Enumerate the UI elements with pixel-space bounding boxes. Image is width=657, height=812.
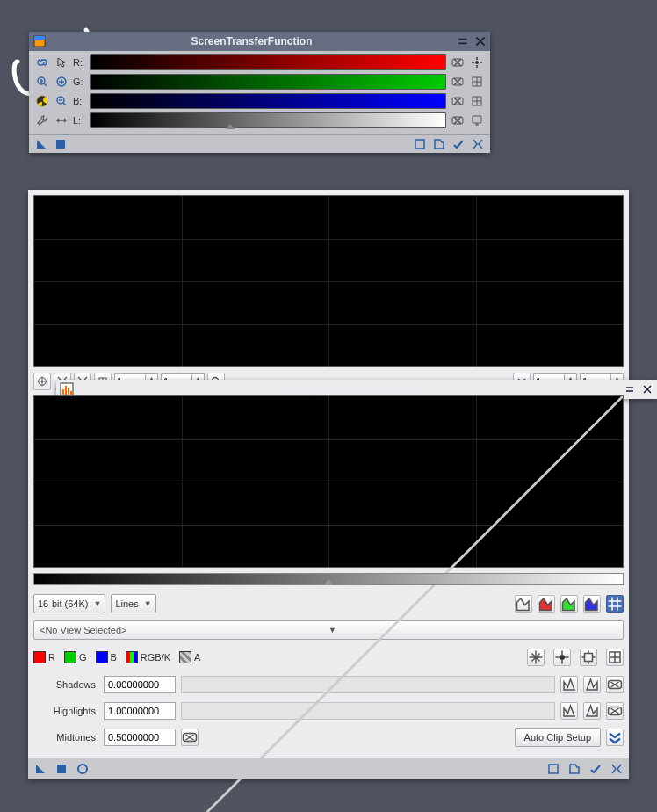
stf-row-green: G: [34, 73, 485, 91]
new-instance-icon[interactable] [413, 137, 427, 151]
target-red-icon[interactable] [469, 54, 485, 70]
apply-triangle-icon[interactable] [34, 137, 48, 151]
stf-footer [29, 134, 490, 153]
reset-icon[interactable] [471, 137, 485, 151]
stf-label-g: G: [73, 76, 87, 87]
wrench-icon[interactable] [34, 112, 50, 128]
stf-title: ScreenTransferFunction [52, 35, 451, 47]
stf-row-luminance: L: [34, 112, 485, 129]
output-gradient-bar[interactable] [33, 573, 624, 585]
zoom-out-icon[interactable] [54, 93, 69, 109]
svg-point-3 [475, 61, 479, 64]
hist-window-icon [60, 382, 74, 396]
zoom-reset-icon[interactable] [54, 74, 69, 90]
svg-rect-1 [34, 36, 45, 40]
stf-gradient-blue[interactable] [90, 93, 446, 109]
transfer-curve-graph[interactable] [33, 395, 624, 568]
stf-lum-caret-icon[interactable] [226, 124, 235, 129]
width-icon[interactable] [54, 112, 69, 128]
hist-close-icon[interactable] [641, 383, 653, 395]
reset-lum-icon[interactable] [450, 112, 466, 128]
apply-square-icon[interactable] [54, 137, 68, 151]
histogram-graph[interactable] [33, 195, 624, 367]
stf-minimize-icon[interactable] [457, 35, 469, 47]
reset-green-icon[interactable] [450, 74, 466, 90]
hist-title: HistogramTransformation [79, 383, 618, 395]
screen-transfer-function-window: ScreenTransferFunction R: G: B: [29, 32, 490, 153]
stf-gradient-green[interactable] [90, 74, 446, 90]
stf-row-red: R: [34, 54, 485, 71]
midtones-caret-icon[interactable] [324, 579, 333, 585]
reset-blue-icon[interactable] [450, 93, 466, 109]
nuclear-icon[interactable] [34, 93, 50, 109]
link-icon[interactable] [34, 54, 50, 70]
stf-label-r: R: [73, 57, 87, 68]
stf-window-icon [32, 34, 47, 48]
stf-titlebar[interactable]: ScreenTransferFunction [29, 32, 490, 51]
svg-rect-21 [70, 391, 72, 395]
expand-green-icon[interactable] [469, 74, 485, 90]
stf-row-blue: B: [34, 92, 485, 110]
svg-line-24 [34, 396, 623, 812]
stf-label-l: L: [73, 115, 87, 126]
zoom-in-icon[interactable] [34, 74, 50, 90]
svg-rect-15 [56, 140, 65, 149]
check-icon[interactable] [451, 137, 466, 151]
reset-red-icon[interactable] [450, 54, 466, 70]
expand-blue-icon[interactable] [469, 93, 485, 109]
stf-gradient-lum[interactable] [90, 112, 446, 128]
pan-icon[interactable] [33, 373, 51, 390]
svg-rect-16 [415, 140, 424, 149]
hist-minimize-icon[interactable] [624, 383, 636, 395]
stf-close-icon[interactable] [474, 35, 487, 47]
monitor-icon[interactable] [469, 112, 485, 128]
browse-icon[interactable] [432, 137, 446, 151]
pointer-icon[interactable] [54, 54, 69, 70]
svg-rect-14 [473, 116, 481, 123]
stf-gradient-red[interactable] [90, 54, 446, 70]
svg-rect-20 [68, 388, 69, 395]
svg-point-9 [41, 100, 44, 103]
svg-rect-18 [62, 389, 64, 395]
histogram-transformation-window: HistogramTransformation ▲▼ ▲▼ [28, 190, 629, 779]
stf-label-b: B: [73, 96, 87, 106]
svg-rect-19 [65, 386, 67, 395]
